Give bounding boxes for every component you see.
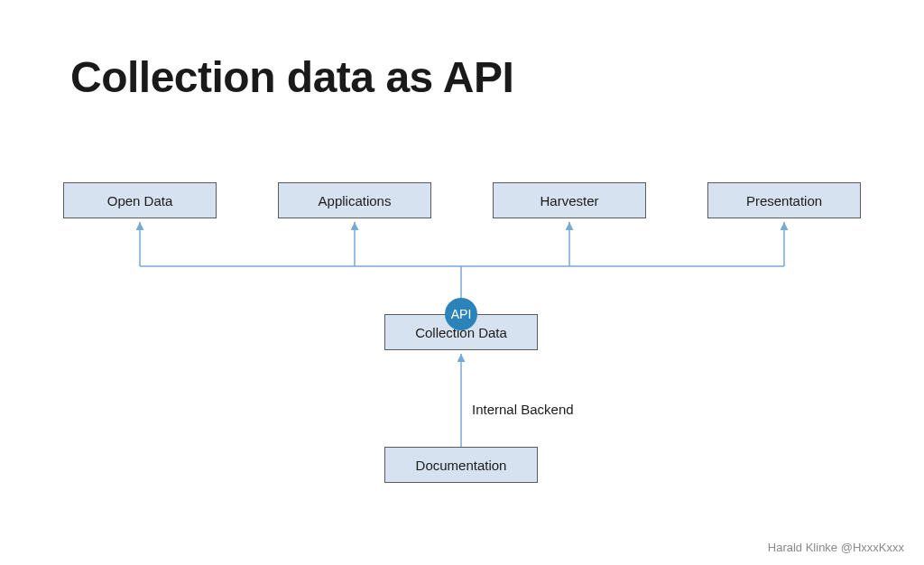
api-badge: API xyxy=(445,298,477,330)
box-label: Documentation xyxy=(416,458,507,473)
footer-credit: Harald Klinke @HxxxKxxx xyxy=(768,541,904,554)
edge-label-internal-backend: Internal Backend xyxy=(472,402,574,417)
box-presentation: Presentation xyxy=(707,182,861,218)
box-label: Presentation xyxy=(746,193,822,208)
slide-title: Collection data as API xyxy=(70,52,513,102)
api-badge-text: API xyxy=(451,307,472,321)
footer-handle: @HxxxKxxx xyxy=(841,541,904,554)
box-harvester: Harvester xyxy=(493,182,646,218)
box-label: Open Data xyxy=(107,193,173,208)
footer-author: Harald Klinke xyxy=(768,541,837,554)
box-label: Applications xyxy=(319,193,392,208)
box-label: Harvester xyxy=(540,193,598,208)
box-open-data: Open Data xyxy=(63,182,217,218)
box-documentation: Documentation xyxy=(384,447,538,483)
box-applications: Applications xyxy=(278,182,431,218)
